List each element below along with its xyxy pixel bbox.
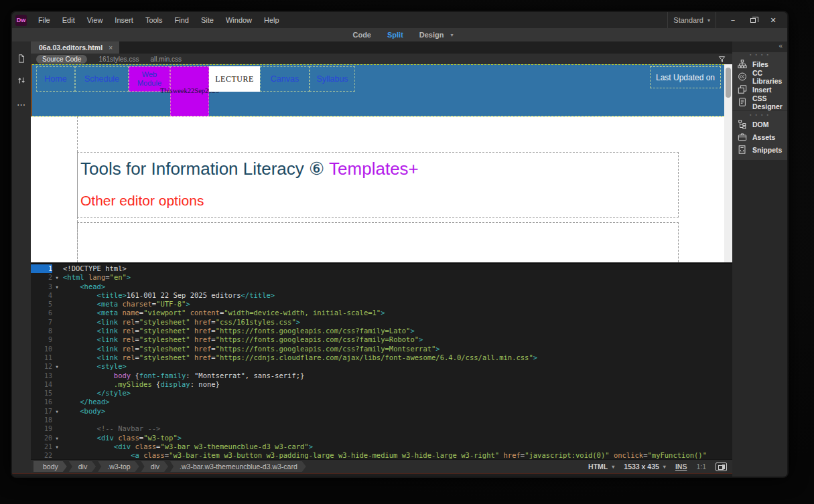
snippets-icon	[738, 145, 747, 155]
minimize-button[interactable]: −	[723, 12, 743, 28]
code-line: 9 <link rel="stylesheet" href="https://f…	[31, 335, 732, 344]
tag-selector-body[interactable]: body	[33, 461, 67, 472]
panel-group-handle[interactable]: ▪ ▪ ▪ ▪	[732, 52, 787, 58]
code-text: <!DOCTYPE html>	[62, 264, 127, 273]
code-text: <link rel="stylesheet" href="https://fon…	[62, 335, 423, 344]
line-number: 15	[31, 389, 52, 398]
nav-item-this-week-22-sep-2025[interactable]: Thisweek22Sep2025	[170, 66, 209, 116]
panel-tab-snippets[interactable]: Snippets	[732, 143, 787, 156]
panel-tab-assets[interactable]: Assets	[732, 131, 787, 143]
line-number: 10	[31, 345, 52, 353]
design-view-canvas[interactable]: HomeScheduleWeb ModuleThisweek22Sep2025L…	[31, 64, 732, 262]
tag-selector--w3-bar-w3-themeuncblue-d3-w3-card[interactable]: .w3-bar.w3-themeuncblue-d3.w3-card	[170, 461, 306, 472]
fold-arrow-icon[interactable]: ▼	[52, 273, 62, 282]
panel-tab-label: Insert	[752, 86, 772, 94]
filter-related-files-button[interactable]	[718, 56, 726, 63]
nav-item-home[interactable]: Home	[36, 66, 75, 92]
tag-selector-breadcrumb: bodydiv.w3-topdiv.w3-bar.w3-themeuncblue…	[33, 461, 308, 472]
related-file-source-code[interactable]: Source Code	[36, 55, 87, 64]
panel-tab-dom[interactable]: DOM	[732, 118, 787, 131]
fold-arrow-icon[interactable]: ▼	[52, 407, 62, 416]
related-file-all-min-css[interactable]: all.min.css	[150, 56, 182, 63]
panel-tab-css-designer[interactable]: CSS Designer	[732, 96, 787, 108]
code-line: 4 <title>161-001 22 Sep 2025 editors</ti…	[31, 291, 732, 300]
line-number: 1	[31, 264, 52, 273]
design-page-heading[interactable]: Tools for Information Literacy ⑥ Templat…	[80, 159, 419, 179]
line-number: 17	[31, 407, 52, 416]
menu-bar: FileEditViewInsertToolsFindSiteWindowHel…	[32, 13, 285, 27]
code-text: <body>	[62, 407, 105, 416]
panel-tab-label: Snippets	[752, 146, 782, 154]
code-line: 7 <link rel="stylesheet" href="css/161st…	[31, 318, 732, 327]
close-button[interactable]: ✕	[763, 12, 783, 28]
menu-insert[interactable]: Insert	[109, 13, 139, 27]
menu-file[interactable]: File	[32, 13, 56, 27]
menu-help[interactable]: Help	[258, 13, 285, 27]
fold-gutter	[52, 451, 62, 459]
view-mode-design[interactable]: Design	[413, 29, 451, 40]
nav-item-syllabus[interactable]: Syllabus	[310, 66, 355, 92]
code-line: 5 <meta charset="UTF-8">	[31, 300, 732, 309]
chevron-down-icon[interactable]: ▾	[451, 32, 454, 38]
workspace-switcher[interactable]: Standard ▾	[667, 12, 716, 28]
line-number: 5	[31, 300, 52, 309]
nav-item-canvas[interactable]: Canvas	[260, 66, 310, 92]
menu-edit[interactable]: Edit	[56, 13, 81, 27]
nav-item-line: 22	[188, 86, 195, 96]
more-tools-button[interactable]: ⋯	[17, 100, 26, 110]
design-subheading[interactable]: Other editor options	[80, 193, 204, 209]
line-number: 12	[31, 362, 52, 371]
window-size-dropdown[interactable]: 1533 x 435 ▾	[624, 463, 666, 471]
fold-arrow-icon[interactable]: ▼	[52, 362, 62, 371]
line-number: 18	[31, 416, 52, 424]
panel-tab-cc-libraries[interactable]: CC Libraries	[732, 70, 787, 83]
panel-group-handle[interactable]: ▪ ▪ ▪ ▪	[732, 112, 787, 118]
insert-mode-toggle[interactable]: INS	[675, 463, 687, 471]
document-tab[interactable]: 06a.03.editors.html ×	[31, 41, 119, 54]
fold-arrow-icon[interactable]: ▼	[52, 434, 62, 442]
line-number: 14	[31, 380, 52, 389]
line-number: 9	[31, 335, 52, 344]
code-text	[62, 416, 63, 424]
view-mode-code[interactable]: Code	[346, 29, 378, 40]
code-text: <a class="w3-bar-item w3-button w3-paddi…	[62, 451, 707, 459]
menu-tools[interactable]: Tools	[139, 13, 169, 27]
menu-window[interactable]: Window	[220, 13, 258, 27]
fold-gutter	[52, 416, 62, 424]
restore-button[interactable]	[743, 12, 763, 28]
menu-view[interactable]: View	[81, 13, 109, 27]
related-file-161styles-css[interactable]: 161styles.css	[98, 56, 139, 63]
tag-selector-div[interactable]: div	[141, 461, 168, 472]
code-line: 12▼ <style>	[31, 362, 732, 371]
tag-selector-div[interactable]: div	[69, 461, 96, 472]
fold-arrow-icon[interactable]: ▼	[52, 442, 62, 451]
doc-type-dropdown[interactable]: HTML ▾	[588, 463, 614, 471]
collapse-panels-button[interactable]: «	[778, 42, 783, 50]
code-line: 2▼<html lang="en">	[31, 273, 732, 282]
design-navbar[interactable]: HomeScheduleWeb ModuleThisweek22Sep2025L…	[32, 64, 724, 116]
design-scrollbar-thumb[interactable]	[726, 68, 731, 98]
line-number: 4	[31, 291, 52, 300]
menu-find[interactable]: Find	[169, 13, 195, 27]
document-tab-label: 06a.03.editors.html	[39, 44, 103, 52]
design-heading-block[interactable]: Tools for Information Literacy ⑥ Templat…	[77, 152, 679, 218]
view-mode-split[interactable]: Split	[381, 29, 410, 40]
tag-selector--w3-top[interactable]: .w3-top	[98, 461, 139, 472]
real-time-preview-icon[interactable]	[716, 463, 727, 471]
document-tab-bar: 06a.03.editors.html ×	[31, 41, 732, 54]
nav-item-lecture[interactable]: LECTURE	[209, 66, 260, 92]
file-management-button[interactable]	[17, 76, 26, 85]
code-line: 13 body {font-family: "Montserrat", sans…	[31, 371, 732, 380]
design-last-updated[interactable]: Last Updated on	[650, 66, 721, 88]
menu-site[interactable]: Site	[195, 13, 220, 27]
close-tab-icon[interactable]: ×	[109, 44, 113, 52]
funnel-icon	[718, 56, 726, 63]
code-editor[interactable]: 1<!DOCTYPE html>2▼<html lang="en">3▼ <he…	[31, 262, 732, 459]
code-line: 8 <link rel="stylesheet" href="https://f…	[31, 327, 732, 335]
nav-item-schedule[interactable]: Schedule	[75, 66, 129, 92]
dreamweaver-logo-icon: Dw	[15, 15, 27, 26]
design-scrollbar[interactable]	[724, 64, 732, 262]
fold-arrow-icon[interactable]: ▼	[52, 282, 62, 291]
new-file-button[interactable]	[17, 54, 26, 64]
design-empty-block[interactable]	[77, 222, 679, 262]
